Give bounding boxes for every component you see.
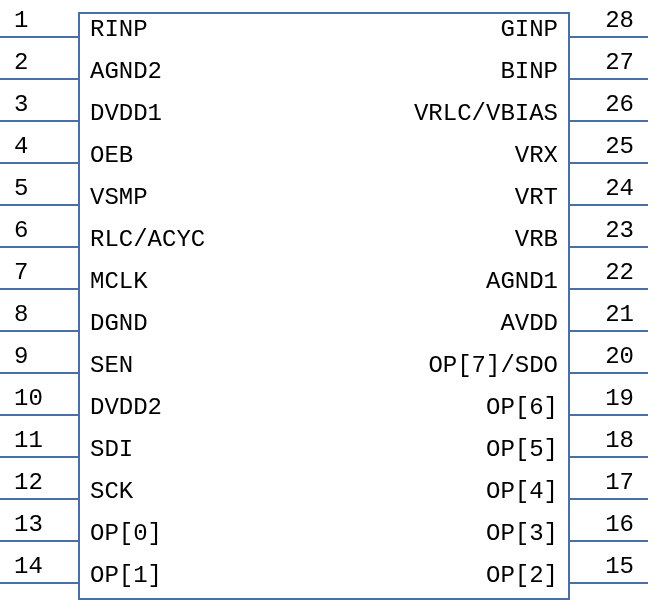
pin-lead: 24 xyxy=(570,168,648,210)
pin-row-right: OP[4]17 xyxy=(324,462,648,504)
pin-lead: 8 xyxy=(0,294,78,336)
pin-number: 3 xyxy=(14,91,28,118)
pin-lead: 26 xyxy=(570,84,648,126)
pin-row-right: OP[2]15 xyxy=(324,546,648,588)
pin-row-left: 10DVDD2 xyxy=(0,378,324,420)
pin-row-left: 6RLC/ACYC xyxy=(0,210,324,252)
pin-label: DGND xyxy=(78,310,160,337)
pin-number: 13 xyxy=(14,511,43,538)
pin-number: 18 xyxy=(605,427,634,454)
pin-lead: 21 xyxy=(570,294,648,336)
pin-number: 9 xyxy=(14,343,28,370)
pin-row-left: 2AGND2 xyxy=(0,42,324,84)
pin-number: 22 xyxy=(605,259,634,286)
pin-number: 8 xyxy=(14,301,28,328)
pin-label: GINP xyxy=(488,16,570,43)
pin-row-left: 7MCLK xyxy=(0,252,324,294)
pin-row-right: BINP27 xyxy=(324,42,648,84)
pin-label: VRX xyxy=(503,142,570,169)
pin-number: 25 xyxy=(605,133,634,160)
pin-row-right: VRLC/VBIAS26 xyxy=(324,84,648,126)
pin-number: 10 xyxy=(14,385,43,412)
pin-number: 24 xyxy=(605,175,634,202)
pin-lead: 17 xyxy=(570,462,648,504)
pin-label: AGND1 xyxy=(474,268,570,295)
pin-row-left: 5VSMP xyxy=(0,168,324,210)
pin-row-left: 1RINP xyxy=(0,0,324,42)
pin-label: OP[6] xyxy=(474,394,570,421)
pin-label: RINP xyxy=(78,16,160,43)
pin-row-left: 8DGND xyxy=(0,294,324,336)
pin-lead: 11 xyxy=(0,420,78,462)
pin-label: OP[3] xyxy=(474,520,570,547)
pin-number: 6 xyxy=(14,217,28,244)
pin-label: VSMP xyxy=(78,184,160,211)
pin-lead: 18 xyxy=(570,420,648,462)
pin-number: 26 xyxy=(605,91,634,118)
pin-row-left: 4OEB xyxy=(0,126,324,168)
pin-number: 20 xyxy=(605,343,634,370)
pin-row-right: VRB23 xyxy=(324,210,648,252)
pin-row-left: 11SDI xyxy=(0,420,324,462)
pin-lead: 1 xyxy=(0,0,78,42)
pin-lead: 23 xyxy=(570,210,648,252)
pin-label: SCK xyxy=(78,478,145,505)
pin-row-right: VRT24 xyxy=(324,168,648,210)
pin-lead: 9 xyxy=(0,336,78,378)
pin-row-right: AGND122 xyxy=(324,252,648,294)
pin-lead: 6 xyxy=(0,210,78,252)
pin-number: 28 xyxy=(605,7,634,34)
pin-label: SEN xyxy=(78,352,145,379)
pin-lead: 13 xyxy=(0,504,78,546)
pin-label: SDI xyxy=(78,436,145,463)
pin-lead: 3 xyxy=(0,84,78,126)
pin-number: 27 xyxy=(605,49,634,76)
pin-number: 17 xyxy=(605,469,634,496)
pin-label: DVDD2 xyxy=(78,394,174,421)
pin-row-left: 14OP[1] xyxy=(0,546,324,588)
pin-lead: 20 xyxy=(570,336,648,378)
pin-lead: 7 xyxy=(0,252,78,294)
pin-lead: 19 xyxy=(570,378,648,420)
pin-label: BINP xyxy=(488,58,570,85)
pin-lead: 2 xyxy=(0,42,78,84)
pin-number: 14 xyxy=(14,553,43,580)
pin-lead: 27 xyxy=(570,42,648,84)
pin-lead: 15 xyxy=(570,546,648,588)
pin-row-right: OP[5]18 xyxy=(324,420,648,462)
pin-number: 12 xyxy=(14,469,43,496)
pin-row-right: VRX25 xyxy=(324,126,648,168)
pin-label: OP[4] xyxy=(474,478,570,505)
pin-lead: 28 xyxy=(570,0,648,42)
pin-label: OEB xyxy=(78,142,145,169)
pin-number: 7 xyxy=(14,259,28,286)
pin-label: OP[5] xyxy=(474,436,570,463)
pin-label: VRLC/VBIAS xyxy=(402,100,570,127)
pin-row-right: OP[7]/SDO20 xyxy=(324,336,648,378)
pin-number: 1 xyxy=(14,7,28,34)
pin-row-left: 9SEN xyxy=(0,336,324,378)
pin-number: 19 xyxy=(605,385,634,412)
pin-label: MCLK xyxy=(78,268,160,295)
pin-number: 15 xyxy=(605,553,634,580)
pin-label: OP[1] xyxy=(78,562,174,589)
pin-number: 4 xyxy=(14,133,28,160)
pin-lead: 4 xyxy=(0,126,78,168)
pin-label: VRB xyxy=(503,226,570,253)
pin-lead: 16 xyxy=(570,504,648,546)
pin-lead: 25 xyxy=(570,126,648,168)
pin-lead: 12 xyxy=(0,462,78,504)
pin-label: OP[2] xyxy=(474,562,570,589)
pin-row-right: AVDD21 xyxy=(324,294,648,336)
pin-number: 23 xyxy=(605,217,634,244)
pin-label: OP[7]/SDO xyxy=(416,352,570,379)
pin-lead: 22 xyxy=(570,252,648,294)
pin-row-left: 3DVDD1 xyxy=(0,84,324,126)
pin-lead: 10 xyxy=(0,378,78,420)
pin-label: AGND2 xyxy=(78,58,174,85)
pin-number: 11 xyxy=(14,427,43,454)
pin-label: RLC/ACYC xyxy=(78,226,217,253)
pin-label: DVDD1 xyxy=(78,100,174,127)
pin-row-right: OP[3]16 xyxy=(324,504,648,546)
pin-lead: 5 xyxy=(0,168,78,210)
